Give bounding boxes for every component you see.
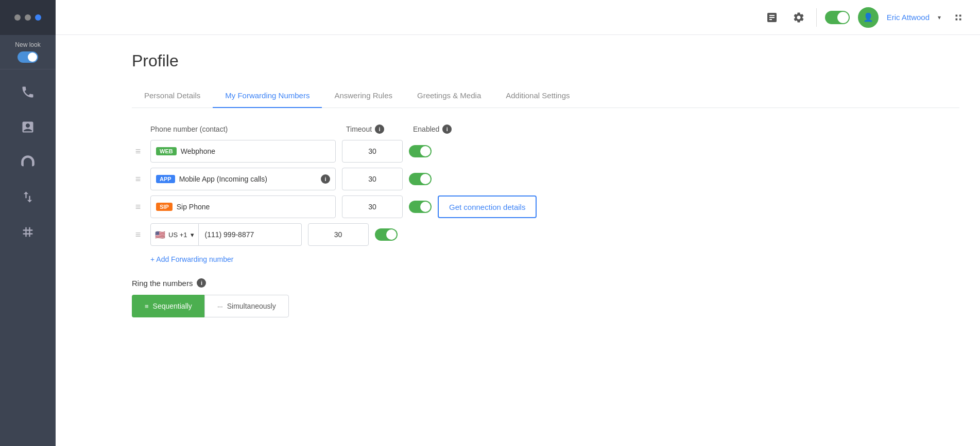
sidebar: New look: [0, 0, 56, 446]
ring-info-icon[interactable]: i: [197, 278, 206, 288]
stats-icon[interactable]: [763, 8, 781, 27]
user-name[interactable]: Eric Attwood: [887, 13, 930, 22]
table-row: ≡ 🇺🇸 US +1 ▾: [132, 223, 959, 246]
drag-handle[interactable]: ≡: [132, 202, 144, 212]
flag-icon: 🇺🇸: [155, 230, 165, 240]
table-headers: Phone number (contact) Timeout i Enabled…: [132, 124, 959, 134]
dot-2: [25, 14, 31, 21]
ring-label: Ring the numbers i: [132, 278, 959, 288]
mobileapp-input: APP Mobile App (Incoming calls) i: [150, 168, 336, 190]
ring-section: Ring the numbers i ≡ Sequentially ··· Si…: [132, 278, 959, 317]
transfer-icon: [21, 190, 35, 204]
tab-additional-settings[interactable]: Additional Settings: [493, 85, 582, 108]
mobileapp-info-icon[interactable]: i: [321, 174, 330, 184]
user-chevron[interactable]: ▾: [938, 14, 941, 21]
mobileapp-timeout[interactable]: [342, 168, 403, 190]
phone-number-input[interactable]: [199, 223, 302, 246]
tabs: Personal Details My Forwarding Numbers A…: [132, 85, 959, 108]
sidebar-item-support[interactable]: [10, 146, 45, 179]
simultaneous-button[interactable]: ··· Simultaneously: [204, 295, 289, 317]
tab-answering-rules[interactable]: Answering Rules: [322, 85, 405, 108]
settings-icon[interactable]: [789, 8, 808, 27]
country-select[interactable]: 🇺🇸 US +1 ▾: [150, 223, 199, 246]
sip-timeout[interactable]: [342, 195, 403, 218]
webphone-toggle[interactable]: [409, 145, 432, 157]
sidebar-nav: [0, 69, 56, 255]
enabled-info-icon[interactable]: i: [442, 124, 452, 134]
sidebar-item-transfer[interactable]: [10, 181, 45, 213]
table-row: ≡ APP Mobile App (Incoming calls) i: [132, 168, 959, 190]
tab-greetings-media[interactable]: Greetings & Media: [405, 85, 493, 108]
topbar: 👤 Eric Attwood ▾: [56, 0, 980, 35]
webphone-label: Webphone: [181, 147, 330, 155]
dot-1: [14, 14, 21, 21]
sequential-icon: ≡: [145, 302, 149, 310]
country-code: US +1: [168, 231, 187, 239]
topbar-divider: [816, 8, 817, 27]
sidebar-logo: [0, 0, 56, 35]
get-connection-button[interactable]: Get connection details: [438, 195, 537, 218]
new-look-label: New look: [15, 41, 40, 48]
main-content: Profile Personal Details My Forwarding N…: [111, 35, 980, 446]
avatar: 👤: [858, 7, 879, 28]
us-timeout[interactable]: [308, 223, 369, 246]
table-row: ≡ WEB Webphone: [132, 140, 959, 163]
webphone-timeout[interactable]: [342, 140, 403, 163]
main-toggle[interactable]: [825, 11, 850, 24]
tab-forwarding-numbers[interactable]: My Forwarding Numbers: [213, 85, 322, 108]
tab-personal-details[interactable]: Personal Details: [132, 85, 213, 108]
grid-icon[interactable]: [949, 8, 968, 27]
simultaneous-icon: ···: [217, 302, 223, 310]
sequential-button[interactable]: ≡ Sequentially: [132, 295, 204, 317]
drag-handle[interactable]: ≡: [132, 174, 144, 185]
hashtag-icon: [21, 225, 35, 239]
col-phone-header: Phone number (contact): [150, 125, 346, 133]
drag-handle[interactable]: ≡: [132, 146, 144, 157]
timeout-info-icon[interactable]: i: [375, 124, 384, 134]
phone-icon: [21, 85, 35, 99]
new-look-section: New look: [0, 35, 56, 69]
us-toggle[interactable]: [375, 228, 398, 241]
sidebar-item-hashtag[interactable]: [10, 216, 45, 248]
sip-input: SIP Sip Phone: [150, 195, 336, 218]
dot-3: [35, 14, 41, 21]
sip-toggle[interactable]: [409, 201, 432, 213]
sip-label: Sip Phone: [177, 203, 330, 211]
support-icon: [21, 155, 35, 169]
webphone-input: WEB Webphone: [150, 140, 336, 163]
sidebar-item-contacts[interactable]: [10, 111, 45, 144]
ring-buttons: ≡ Sequentially ··· Simultaneously: [132, 295, 959, 317]
col-enabled-header: Enabled i: [413, 124, 475, 134]
drag-handle[interactable]: ≡: [132, 229, 144, 240]
add-forwarding-link[interactable]: + Add Forwarding number: [150, 255, 233, 263]
sidebar-item-phone[interactable]: [10, 76, 45, 109]
app-badge: APP: [156, 175, 175, 183]
sip-badge: SIP: [156, 203, 173, 211]
mobileapp-label: Mobile App (Incoming calls): [179, 175, 317, 183]
page-title: Profile: [132, 51, 959, 70]
new-look-toggle[interactable]: [18, 51, 38, 63]
table-row: ≡ SIP Sip Phone Get connection details: [132, 195, 959, 218]
country-chevron: ▾: [191, 231, 194, 239]
web-badge: WEB: [156, 147, 177, 155]
contacts-icon: [21, 120, 35, 134]
mobileapp-toggle[interactable]: [409, 173, 432, 185]
col-timeout-header: Timeout i: [346, 124, 413, 134]
us-phone-wrap: 🇺🇸 US +1 ▾: [150, 223, 302, 246]
